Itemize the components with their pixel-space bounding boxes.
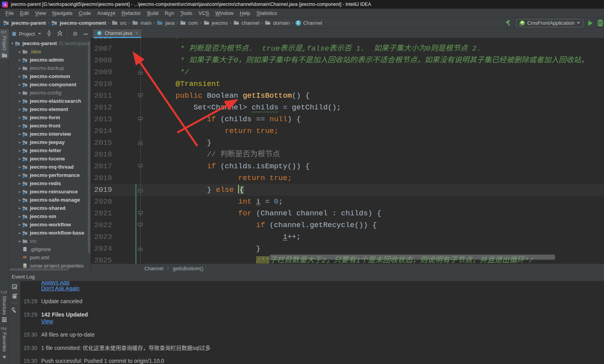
- fold-end-icon[interactable]: [138, 187, 143, 192]
- gutter-line-2011[interactable]: 2011: [91, 90, 135, 102]
- tree-expand-arrow[interactable]: ▸: [18, 181, 22, 186]
- gutter-line-2016[interactable]: 2016: [91, 149, 135, 160]
- menu-item-analyze[interactable]: Analyze: [94, 10, 118, 16]
- tree-expand-arrow[interactable]: ▸: [18, 148, 22, 153]
- tab-channel-java[interactable]: Channel.java ×: [93, 29, 141, 38]
- run-configuration-select[interactable]: CmsFrontApplication: [516, 19, 584, 27]
- tree-expand-arrow[interactable]: ▸: [18, 214, 22, 218]
- project-horizontal-scrollbar[interactable]: [9, 268, 68, 271]
- tree-expand-arrow[interactable]: ▸: [18, 239, 22, 243]
- run-button[interactable]: [588, 20, 593, 26]
- gutter-line-2006[interactable]: 2006: [91, 38, 135, 43]
- tree-item-jeecms-letter[interactable]: ▸jeecms-letter: [9, 146, 91, 155]
- gutter-line-2020[interactable]: 2020: [91, 196, 135, 207]
- breadcrumb-src[interactable]: src: [112, 20, 127, 26]
- breadcrumb-channel[interactable]: Channel: [295, 20, 322, 26]
- hide-tool-window-icon[interactable]: [82, 30, 89, 37]
- gutter-line-2023[interactable]: 2023: [91, 231, 135, 243]
- tree-expand-arrow[interactable]: ▸: [18, 49, 22, 54]
- debug-button[interactable]: [597, 20, 603, 26]
- fold-start-icon[interactable]: [138, 93, 143, 98]
- gutter-line-2024[interactable]: 2024: [91, 243, 135, 255]
- tree-expand-arrow[interactable]: ▸: [18, 66, 22, 70]
- fold-end-icon[interactable]: [138, 70, 143, 75]
- gutter-line-2017[interactable]: 2017: [91, 160, 135, 172]
- gutter-line-2015[interactable]: 2015: [91, 137, 135, 149]
- tree-item-jeecms-config[interactable]: ▸jeecms-config: [9, 89, 91, 97]
- tree-expand-arrow[interactable]: ▸: [18, 74, 22, 78]
- gutter-line-2009[interactable]: 2009: [91, 66, 135, 78]
- menu-item-tools[interactable]: Tools: [177, 10, 195, 16]
- code-line-2024[interactable]: }: [149, 243, 604, 255]
- code-line-2011[interactable]: public Boolean getIsBottom() {: [149, 90, 604, 102]
- breadcrumb-jeecms[interactable]: jeecms: [204, 20, 228, 26]
- mark-all-read-icon[interactable]: [12, 284, 17, 289]
- editor-horizontal-scrollbar[interactable]: [270, 255, 555, 260]
- gutter-line-2013[interactable]: 2013: [91, 113, 135, 125]
- breadcrumb-method[interactable]: getIsBottom(): [173, 266, 203, 271]
- gutter-line-2007[interactable]: 2007: [91, 43, 135, 55]
- tree-item-jeecms-workflow-base[interactable]: ▸jeecms-workflow-base: [9, 229, 91, 237]
- tree-expand-arrow[interactable]: ▸: [18, 173, 22, 177]
- code-line-2023[interactable]: i++;: [149, 231, 604, 243]
- code-line-2009[interactable]: */: [149, 66, 604, 78]
- fold-end-icon[interactable]: [138, 246, 143, 251]
- code-line-2021[interactable]: for (Channel channel : childs) {: [149, 207, 604, 219]
- code-line-2010[interactable]: @Transient: [149, 78, 604, 90]
- breadcrumb-domain[interactable]: domain: [265, 20, 290, 26]
- gear-icon[interactable]: ⚙: [72, 30, 78, 37]
- tree-expand-arrow[interactable]: ▸: [18, 189, 22, 194]
- fold-end-icon[interactable]: [138, 140, 143, 145]
- tool-window-button-project[interactable]: 1: Project: [0, 29, 9, 59]
- tree-expand-arrow[interactable]: ▸: [18, 165, 22, 169]
- breadcrumb-com[interactable]: com: [180, 20, 198, 26]
- tree-item-jeecms-lucene[interactable]: ▸jeecms-lucene: [9, 155, 91, 163]
- tree-item-jeecms-parent[interactable]: ▾jeecms-parent G:\workspace: [9, 39, 91, 47]
- tree-expand-arrow[interactable]: ▸: [18, 132, 22, 136]
- tree-expand-arrow[interactable]: ▸: [18, 140, 22, 144]
- code-line-2007[interactable]: * 判断是否为根节点. true表示是,false表示否 1. 如果子集大小为0…: [149, 43, 604, 55]
- tree-expand-arrow[interactable]: ▸: [18, 198, 22, 202]
- build-hammer-icon[interactable]: [505, 20, 511, 26]
- menu-item-build[interactable]: Build: [144, 10, 162, 16]
- breadcrumb-main[interactable]: main: [132, 20, 151, 26]
- tool-window-button-favorites[interactable]: 2: Favorites ★: [0, 326, 9, 361]
- tree-item-jeecms-redis[interactable]: ▸jeecms-redis: [9, 179, 91, 187]
- gutter-line-2018[interactable]: 2018: [91, 172, 135, 184]
- gutter-line-2014[interactable]: 2014: [91, 125, 135, 137]
- code-line-2017[interactable]: if (childs.isEmpty()) {: [149, 160, 604, 172]
- tree-item-jeecms-form[interactable]: ▸jeecms-form: [9, 113, 91, 122]
- log-link-don-t-ask-again[interactable]: Don't Ask Again: [41, 285, 80, 292]
- tree-expand-arrow[interactable]: ▸: [18, 115, 22, 120]
- gutter-line-2019[interactable]: 2019: [91, 184, 135, 196]
- code-line-2022[interactable]: if (channel.getRecycle()) {: [149, 219, 604, 231]
- tree-item-jeecms-workflow[interactable]: ▸jeecms-workflow: [9, 220, 91, 229]
- fold-start-icon[interactable]: [138, 211, 143, 216]
- breadcrumb-jeecms-parent[interactable]: jeecms-parent: [3, 20, 46, 26]
- tree-item-jeecms-interview[interactable]: ▸jeecms-interview: [9, 130, 91, 138]
- project-view-title[interactable]: Project: [19, 31, 35, 37]
- fold-start-icon[interactable]: [138, 164, 143, 169]
- menu-item-run[interactable]: Run: [162, 10, 177, 16]
- code-line-2013[interactable]: if (childs == null) {: [149, 113, 604, 125]
- tree-item-jeecms-safe-manage[interactable]: ▸jeecms-safe-manage: [9, 196, 91, 204]
- gutter-line-2022[interactable]: 2022: [91, 219, 135, 231]
- tree-item-jeecms-component[interactable]: ▸jeecms-component: [9, 80, 91, 89]
- tree-item-jeecms-reinsurance[interactable]: ▸jeecms-reinsurance: [9, 187, 91, 196]
- locate-file-icon[interactable]: [46, 30, 53, 37]
- tree-item-src[interactable]: ▸src: [9, 237, 91, 245]
- breadcrumb-java[interactable]: java: [157, 20, 175, 26]
- gutter-line-2010[interactable]: 2010: [91, 78, 135, 90]
- menu-item-refactor[interactable]: Refactor: [118, 10, 144, 16]
- tree-expand-arrow[interactable]: ▸: [18, 91, 22, 95]
- tree-expand-arrow[interactable]: ▸: [18, 99, 22, 103]
- tree-item-gitignore[interactable]: .gitignore: [9, 245, 91, 253]
- menu-item-file[interactable]: File: [2, 10, 17, 16]
- code-line-2012[interactable]: Set<Channel> childs = getChild();: [149, 102, 604, 113]
- breadcrumb-class[interactable]: Channel: [144, 266, 163, 271]
- tree-item-jeecms-mq-thread[interactable]: ▸jeecms-mq-thread: [9, 163, 91, 171]
- tree-item-jeecms-jeepay[interactable]: ▸jeecms-jeepay: [9, 138, 91, 146]
- tree-expand-arrow[interactable]: ▸: [18, 231, 22, 235]
- gutter-line-2025[interactable]: 2025: [91, 255, 135, 264]
- tree-expand-arrow[interactable]: ▸: [18, 58, 22, 62]
